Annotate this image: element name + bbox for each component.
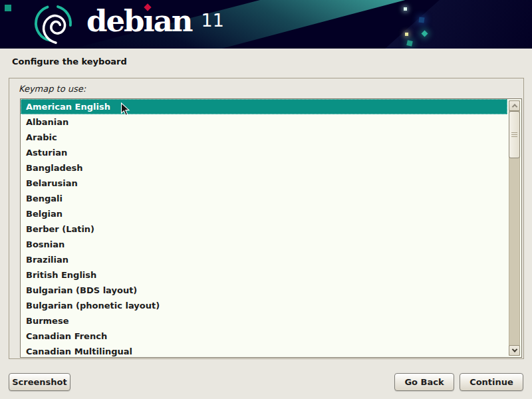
list-item[interactable]: Belarusian [21,176,507,191]
list-item[interactable]: American English [21,99,507,114]
banner-dot-blue [418,17,424,23]
list-item[interactable]: Brazilian [21,252,507,267]
question-label: Keymap to use: [19,84,86,94]
list-item[interactable]: Bulgarian (phonetic layout) [21,298,507,313]
banner-corner-square [5,5,11,11]
list-item[interactable]: British English [21,267,507,283]
scroll-up-button[interactable] [509,100,520,111]
list-item[interactable]: Albanian [21,114,507,130]
debian-swirl-logo-icon [27,1,80,49]
banner-dot-cyan [404,7,407,11]
list-item[interactable]: Asturian [21,145,507,160]
scrollbar-thumb[interactable] [509,111,520,158]
banner-dot-yellow [405,33,408,36]
banner-dot-teal-square [406,40,412,46]
brand-text: deb [86,4,144,39]
list-item[interactable]: Arabic [21,130,507,145]
list-item[interactable]: Burmese [21,313,507,329]
chevron-down-icon [511,346,517,352]
scrollbar[interactable] [509,100,520,356]
list-item[interactable]: Canadian Multilingual [21,344,507,358]
go-back-button[interactable]: Go Back [394,373,454,391]
list-item[interactable]: Belgian [21,206,507,221]
scrollbar-grip-icon [511,132,517,137]
page-title: Configure the keyboard [12,57,127,66]
list-item[interactable]: Bosnian [21,237,507,252]
screenshot-button[interactable]: Screenshot [9,373,70,391]
debian-wordmark: debıan 11 [86,4,224,39]
chevron-up-icon [511,104,517,109]
list-item[interactable]: Bengali [21,191,507,206]
list-item[interactable]: Canadian French [21,329,507,344]
keymap-list: American EnglishAlbanianArabicAsturianBa… [21,99,507,358]
version-number: 11 [201,4,224,31]
installer-banner: debıan 11 [0,0,532,49]
list-item[interactable]: Bulgarian (BDS layout) [21,283,507,298]
banner-navy-band [372,0,532,49]
list-item[interactable]: Bangladesh [21,160,507,176]
keymap-listbox: American EnglishAlbanianArabicAsturianBa… [20,98,522,358]
list-item[interactable]: Berber (Latin) [21,221,507,237]
scroll-down-button[interactable] [509,345,520,356]
continue-button[interactable]: Continue [460,373,523,391]
